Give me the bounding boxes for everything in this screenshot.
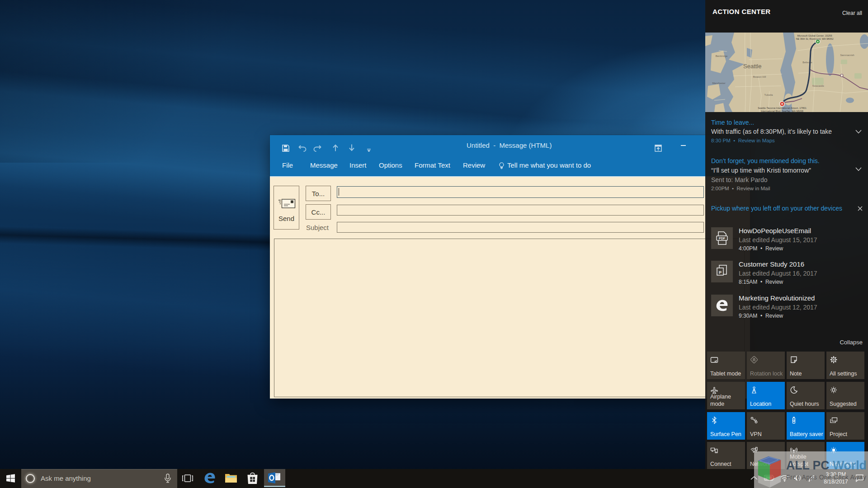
svg-text:PDF: PDF: [719, 237, 726, 240]
svg-text:Bellevue: Bellevue: [802, 61, 812, 64]
svg-text:Tukwila: Tukwila: [764, 94, 774, 96]
svg-text:Microsoft Global Center, 15255: Microsoft Global Center, 15255: [797, 34, 832, 37]
svg-text:Seattle-Tacoma International A: Seattle-Tacoma International Airport, 17…: [758, 107, 807, 109]
svg-text:Sammamish: Sammamish: [840, 54, 854, 56]
svg-text:Newcastle: Newcastle: [812, 84, 824, 87]
svg-text:Bainbridge: Bainbridge: [716, 55, 728, 57]
svg-text:Beacon Hill: Beacon Hill: [753, 75, 766, 78]
svg-text:International Blvd, SeaTac, WA: International Blvd, SeaTac, WA 98158: [761, 110, 803, 112]
svg-text:Seattle: Seattle: [743, 63, 761, 70]
svg-text:NE 36th St, Redmond, WA 98052: NE 36th St, Redmond, WA 98052: [796, 38, 833, 40]
svg-text:Manchester: Manchester: [712, 82, 725, 84]
svg-text:P: P: [719, 270, 722, 275]
